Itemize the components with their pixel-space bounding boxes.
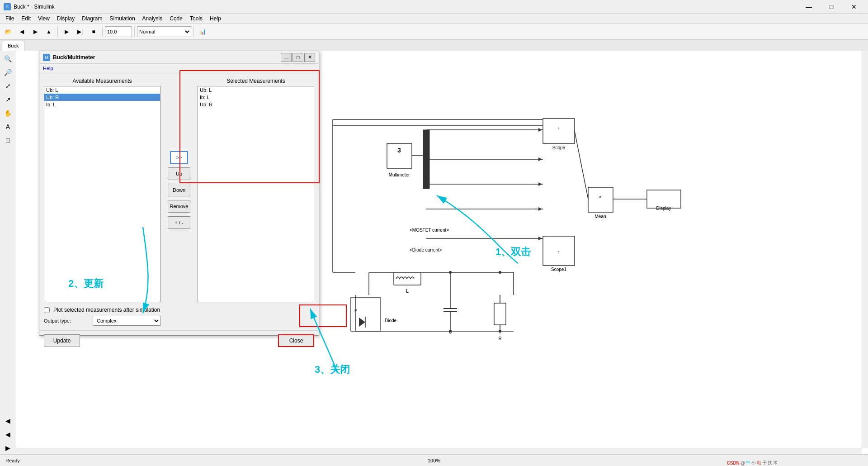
sidebar-hand[interactable]: ✋	[2, 107, 14, 119]
canvas-vscrollbar[interactable]	[862, 51, 868, 448]
svg-point-57	[449, 271, 452, 274]
available-label: Available Measurements	[44, 78, 160, 84]
dialog-body: Available Measurements Ub: L Ub: R Ib: L…	[39, 73, 319, 330]
svg-text:⌇: ⌇	[558, 251, 560, 255]
maximize-button[interactable]: □	[821, 0, 842, 14]
svg-text:3: 3	[397, 147, 401, 154]
menu-simulation[interactable]: Simulation	[106, 14, 139, 23]
sel-item-0[interactable]: Ub: L	[198, 86, 314, 94]
status-text: Ready	[5, 458, 20, 463]
tab-buck-label: Buck	[8, 43, 19, 48]
left-sidebar: 🔍 🔎 ⤢ ↗ ✋ A □ ◀ ◀ ▶	[0, 51, 16, 454]
selected-list[interactable]: Ub: L Ib: L Ub: R	[198, 86, 314, 302]
close-button[interactable]: ✕	[844, 0, 864, 14]
svg-text:Scope1: Scope1	[551, 267, 566, 272]
menu-help[interactable]: Help	[206, 14, 225, 23]
plot-checkbox[interactable]	[44, 307, 50, 313]
menu-bar: File Edit View Display Diagram Simulatio…	[0, 14, 868, 24]
title-bar: S Buck * - Simulink — □ ✕	[0, 0, 868, 14]
plot-option-row: Plot selected measurements after simulat…	[44, 307, 314, 313]
svg-point-58	[499, 271, 501, 274]
remove-btn[interactable]: Remove	[168, 200, 190, 213]
tab-strip: Buck	[0, 40, 868, 52]
down-btn[interactable]: Down	[168, 184, 190, 196]
sidebar-bottom1[interactable]: ◀	[2, 414, 14, 427]
dialog-close-btn[interactable]: ✕	[304, 53, 315, 62]
plot-checkbox-label: Plot selected measurements after simulat…	[53, 307, 160, 313]
toolbar-step-btn[interactable]: ▶|	[74, 25, 86, 38]
toolbar-run-btn[interactable]: ▶	[60, 25, 73, 38]
sidebar-box[interactable]: □	[2, 134, 14, 147]
svg-rect-22	[394, 272, 421, 285]
svg-marker-66	[538, 237, 542, 240]
menu-view[interactable]: View	[34, 14, 53, 23]
toolbar-scope-btn[interactable]: 📊	[196, 25, 209, 38]
toolbar-sep3	[134, 26, 135, 37]
canvas-hscrollbar[interactable]	[16, 448, 862, 454]
app-icon: S	[4, 3, 11, 10]
close-dialog-button[interactable]: Close	[278, 334, 314, 347]
svg-text:Mean: Mean	[594, 214, 606, 219]
avail-item-0[interactable]: Ub: L	[44, 86, 160, 94]
menu-file[interactable]: File	[2, 14, 18, 23]
svg-text:L: L	[406, 289, 409, 294]
menu-code[interactable]: Code	[166, 14, 186, 23]
menu-tools[interactable]: Tools	[186, 14, 206, 23]
up-btn[interactable]: Up	[168, 167, 190, 180]
sidebar-bottom2[interactable]: ◀	[2, 428, 14, 441]
dialog-title-text: Buck/Multimeter	[53, 54, 95, 61]
sim-time-input[interactable]	[105, 26, 132, 37]
avail-item-1[interactable]: Ub: R	[44, 94, 160, 101]
svg-text:×: ×	[599, 195, 602, 200]
zoom-level: 100%	[428, 458, 440, 463]
dialog-maximize-btn[interactable]: □	[292, 53, 303, 62]
menu-diagram[interactable]: Diagram	[78, 14, 106, 23]
sel-item-2[interactable]: Ub: R	[198, 101, 314, 108]
available-panel: Available Measurements Ub: L Ub: R Ib: L	[44, 78, 160, 302]
available-list[interactable]: Ub: L Ub: R Ib: L	[44, 86, 160, 302]
toolbar-forward-btn[interactable]: ▶	[29, 25, 42, 38]
svg-rect-15	[647, 190, 681, 208]
toolbar-open-btn[interactable]: 📂	[2, 25, 14, 38]
svg-text:⌇: ⌇	[558, 126, 560, 131]
menu-display[interactable]: Display	[53, 14, 78, 23]
output-type-label: Output type:	[44, 318, 89, 323]
sidebar-arrow[interactable]: ↗	[2, 93, 14, 106]
svg-text:Scope: Scope	[552, 145, 566, 150]
menu-analysis[interactable]: Analysis	[139, 14, 166, 23]
svg-marker-65	[538, 207, 542, 211]
output-type-select[interactable]: Complex	[93, 316, 160, 326]
transfer-btn[interactable]: >>	[170, 151, 188, 164]
sidebar-bottom3[interactable]: ▶	[2, 442, 14, 454]
multimeter-dialog: M Buck/Multimeter — □ ✕ Help Available M…	[39, 51, 319, 336]
toolbar-stop-btn[interactable]: ■	[87, 25, 100, 38]
transfer-controls: >> Up Down Remove + / -	[164, 78, 194, 302]
toolbar-up-btn[interactable]: ▲	[42, 25, 55, 38]
window-controls: — □ ✕	[798, 0, 864, 14]
sidebar-zoom-out[interactable]: 🔎	[2, 66, 14, 79]
plusminus-btn[interactable]: + / -	[168, 216, 190, 229]
selected-panel: Selected Measurements Ub: L Ib: L Ub: R	[198, 78, 314, 302]
output-type-row: Output type: Complex	[44, 316, 314, 326]
sidebar-text[interactable]: A	[2, 120, 14, 133]
sidebar-zoom-in[interactable]: 🔍	[2, 52, 14, 65]
svg-line-41	[575, 131, 588, 199]
dialog-icon: M	[43, 54, 50, 61]
window-title: Buck * - Simulink	[14, 4, 55, 10]
tab-buck[interactable]: Buck	[2, 41, 24, 51]
sel-item-1[interactable]: Ib: L	[198, 94, 314, 101]
svg-marker-63	[538, 157, 542, 161]
update-button[interactable]: Update	[44, 334, 80, 347]
svg-rect-12	[588, 187, 613, 212]
sim-mode-select[interactable]: Normal	[137, 26, 191, 37]
toolbar-back-btn[interactable]: ◀	[15, 25, 28, 38]
dialog-help-link[interactable]: Help	[39, 64, 319, 73]
measurements-row: Available Measurements Ub: L Ub: R Ib: L…	[44, 78, 314, 302]
avail-item-2[interactable]: Ib: L	[44, 101, 160, 108]
toolbar: 📂 ◀ ▶ ▲ ▶ ▶| ■ Normal 📊	[0, 24, 868, 40]
minimize-button[interactable]: —	[798, 0, 819, 14]
menu-edit[interactable]: Edit	[18, 14, 34, 23]
toolbar-sep4	[193, 26, 194, 37]
sidebar-fit[interactable]: ⤢	[2, 80, 14, 92]
dialog-minimize-btn[interactable]: —	[281, 53, 292, 62]
